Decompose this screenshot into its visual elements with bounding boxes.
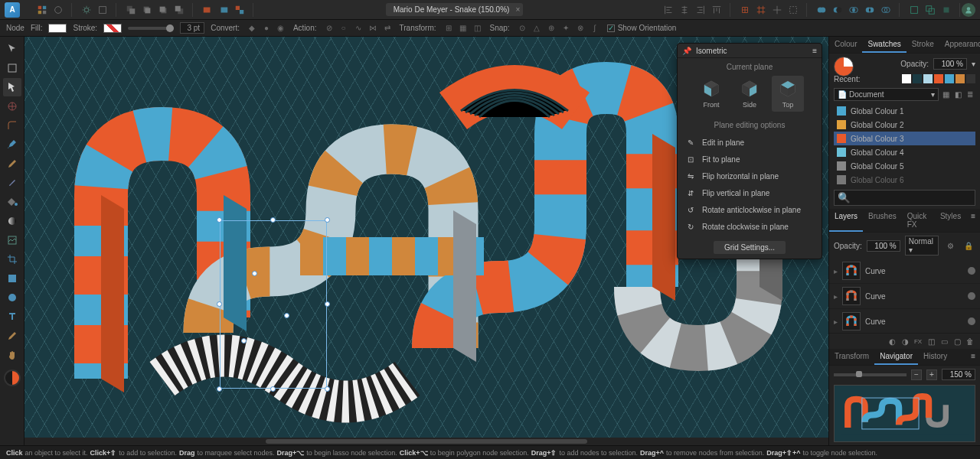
panel-menu-icon[interactable]: ≡ xyxy=(812,47,817,55)
global-colour-item[interactable]: Global Colour 4 xyxy=(834,145,975,159)
shape-tool[interactable] xyxy=(3,269,21,288)
action-break-icon[interactable]: ⊘ xyxy=(323,22,335,34)
swatch-add-icon[interactable]: ▦ xyxy=(940,90,951,100)
plane-front-button[interactable]: Front xyxy=(695,76,727,112)
crop-layer-icon[interactable]: ◫ xyxy=(926,336,936,347)
snap-curves-icon[interactable]: ∫ xyxy=(589,22,601,34)
insert-inside-icon[interactable] xyxy=(923,3,937,17)
crop-tool[interactable] xyxy=(3,250,21,269)
recent-swatch[interactable] xyxy=(945,74,954,83)
swatch-options-icon[interactable]: ◧ xyxy=(952,90,963,100)
bool-intersect-icon[interactable] xyxy=(847,3,861,17)
close-icon[interactable]: × xyxy=(516,5,521,14)
persona-icon[interactable] xyxy=(51,3,65,17)
zoom-value[interactable]: 150 % xyxy=(942,369,975,380)
show-orientation-checkbox[interactable]: ✓ Show Orientation xyxy=(607,24,677,32)
global-colour-item[interactable]: Global Colour 1 xyxy=(834,104,975,118)
recent-swatch[interactable] xyxy=(956,74,965,83)
account-icon[interactable] xyxy=(962,3,975,17)
text-tool[interactable] xyxy=(3,308,21,326)
bool-xor-icon[interactable] xyxy=(863,3,877,17)
global-colour-item[interactable]: Global Colour 2 xyxy=(834,118,975,132)
arrange-front-icon[interactable] xyxy=(172,3,186,17)
bool-add-icon[interactable] xyxy=(815,3,828,17)
plane-top-button[interactable]: Top xyxy=(772,76,804,112)
arrange-back-icon[interactable] xyxy=(124,3,138,17)
current-color-ring[interactable] xyxy=(834,57,854,76)
gear-icon[interactable] xyxy=(80,3,93,17)
horizontal-scrollbar[interactable] xyxy=(24,438,828,445)
swatch-search-input[interactable] xyxy=(834,190,975,206)
iso-action-4[interactable]: ↺Rotate anticlockwise in plane xyxy=(678,201,822,218)
layers-tab-layers[interactable]: Layers xyxy=(829,209,863,232)
grid-icon[interactable] xyxy=(754,3,768,17)
snap-icon[interactable] xyxy=(738,3,752,17)
navigator-tab-transform[interactable]: Transform xyxy=(829,349,874,365)
snap-nodes-icon[interactable]: ⊙ xyxy=(516,22,528,34)
action-close-icon[interactable]: ○ xyxy=(338,22,350,34)
layer-add-icon[interactable] xyxy=(201,3,214,17)
navigator-tab-history[interactable]: History xyxy=(918,349,952,365)
hand-tool[interactable] xyxy=(3,346,21,364)
view-mode-icon[interactable] xyxy=(35,3,49,17)
arrange-forward-icon[interactable] xyxy=(156,3,170,17)
insert-target-icon[interactable] xyxy=(907,3,921,17)
convert-smooth-icon[interactable]: ● xyxy=(260,22,273,34)
action-smooth-icon[interactable]: ∿ xyxy=(352,22,364,34)
zoom-out-button[interactable]: − xyxy=(911,369,922,380)
place-tool[interactable] xyxy=(3,231,21,249)
recent-swatch[interactable] xyxy=(923,74,933,83)
align-top-icon[interactable] xyxy=(710,3,724,17)
layers-tab-quick-fx[interactable]: Quick FX xyxy=(902,209,935,232)
action-reverse-icon[interactable]: ⇄ xyxy=(381,22,394,34)
navigator-tab-navigator[interactable]: Navigator xyxy=(874,349,918,365)
stroke-width-slider[interactable] xyxy=(128,27,174,30)
snap-all-icon[interactable]: ✦ xyxy=(560,22,572,34)
fill-tool[interactable] xyxy=(3,193,21,211)
align-right-icon[interactable] xyxy=(694,3,707,17)
transform-mode-icon[interactable]: ⊞ xyxy=(443,22,455,34)
iso-action-0[interactable]: ✎Edit in plane xyxy=(678,134,822,151)
blend-mode-select[interactable]: Normal ▾ xyxy=(905,236,939,256)
layer-visibility-toggle[interactable] xyxy=(968,317,975,325)
swatch-list-icon[interactable]: ≣ xyxy=(965,90,975,100)
clip-canvas-icon[interactable] xyxy=(786,3,800,17)
corner-tool[interactable] xyxy=(3,116,21,135)
layer-visibility-toggle[interactable] xyxy=(968,267,975,275)
symbols-icon[interactable] xyxy=(96,3,109,17)
color-selector[interactable] xyxy=(4,369,21,386)
layer-visibility-toggle[interactable] xyxy=(968,292,975,300)
convert-sharp-icon[interactable]: ◆ xyxy=(246,22,258,34)
layer-row[interactable]: ▸ Curve xyxy=(829,309,980,333)
layer-settings-icon[interactable]: ⚙ xyxy=(943,239,957,252)
layer-expand-icon[interactable]: ▸ xyxy=(834,317,838,326)
layers-tab-styles[interactable]: Styles xyxy=(935,209,966,232)
opacity-input[interactable]: 100 % xyxy=(933,58,967,70)
navigator-preview[interactable] xyxy=(834,385,975,442)
layer-lock-icon[interactable]: 🔒 xyxy=(962,239,975,252)
layer-mask-icon[interactable] xyxy=(217,3,230,17)
convert-smart-icon[interactable]: ◉ xyxy=(275,22,287,34)
zoom-slider[interactable] xyxy=(834,373,906,376)
adjustment-layer-icon[interactable]: ◑ xyxy=(900,336,910,347)
transform-obj-icon[interactable]: ▦ xyxy=(457,22,469,34)
stroke-swatch[interactable] xyxy=(103,24,122,33)
insert-behind-icon[interactable] xyxy=(939,3,953,17)
arrange-backward-icon[interactable] xyxy=(140,3,154,17)
point-transform-tool[interactable] xyxy=(3,97,21,116)
align-center-icon[interactable] xyxy=(678,3,691,17)
swatches-tab-stroke[interactable]: Stroke xyxy=(906,37,939,53)
add-layer-icon[interactable]: ▢ xyxy=(952,336,962,347)
global-colour-item[interactable]: Global Colour 6 xyxy=(834,173,975,187)
bool-divide-icon[interactable] xyxy=(879,3,893,17)
opacity-dropdown-icon[interactable]: ▾ xyxy=(972,60,975,68)
bool-subtract-icon[interactable] xyxy=(831,3,844,17)
layer-clip-icon[interactable] xyxy=(233,3,247,17)
ellipse-tool[interactable] xyxy=(3,288,21,307)
transform-sel-icon[interactable]: ◫ xyxy=(472,22,484,34)
layer-opacity-input[interactable]: 100 % xyxy=(867,240,900,252)
brush-tool[interactable] xyxy=(3,174,21,192)
swatches-tab-swatches[interactable]: Swatches xyxy=(862,37,906,53)
align-left-icon[interactable] xyxy=(662,3,675,17)
recent-swatch[interactable] xyxy=(913,74,922,83)
